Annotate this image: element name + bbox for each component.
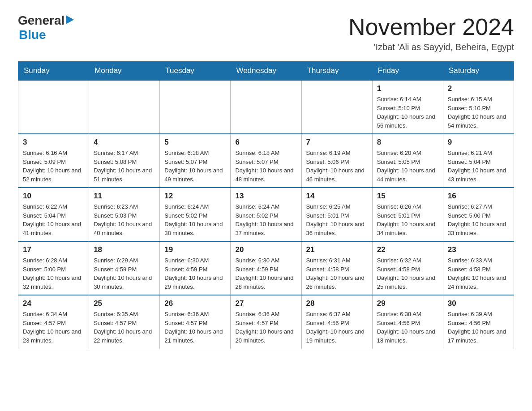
month-title: November 2024	[348, 13, 514, 40]
day-cell: 19Sunrise: 6:30 AMSunset: 4:59 PMDayligh…	[160, 241, 231, 295]
day-number: 25	[94, 299, 155, 308]
day-cell: 23Sunrise: 6:33 AMSunset: 4:58 PMDayligh…	[443, 241, 514, 295]
day-info: Sunrise: 6:18 AMSunset: 5:07 PMDaylight:…	[164, 149, 226, 184]
day-cell: 17Sunrise: 6:28 AMSunset: 5:00 PMDayligh…	[18, 241, 89, 295]
day-number: 19	[164, 245, 226, 254]
day-info: Sunrise: 6:38 AMSunset: 4:56 PMDaylight:…	[377, 310, 438, 345]
svg-marker-0	[66, 15, 74, 24]
day-number: 21	[306, 245, 368, 254]
day-info: Sunrise: 6:24 AMSunset: 5:02 PMDaylight:…	[164, 202, 226, 237]
day-cell	[231, 80, 301, 134]
week-row-2: 3Sunrise: 6:16 AMSunset: 5:09 PMDaylight…	[18, 134, 514, 188]
day-info: Sunrise: 6:24 AMSunset: 5:02 PMDaylight:…	[235, 202, 296, 237]
day-number: 28	[306, 299, 368, 308]
day-number: 5	[164, 138, 226, 147]
header-sunday: Sunday	[18, 62, 89, 81]
day-cell: 12Sunrise: 6:24 AMSunset: 5:02 PMDayligh…	[160, 188, 231, 241]
day-number: 1	[377, 84, 438, 93]
day-cell: 16Sunrise: 6:27 AMSunset: 5:00 PMDayligh…	[443, 188, 514, 241]
day-number: 7	[306, 138, 368, 147]
day-cell: 13Sunrise: 6:24 AMSunset: 5:02 PMDayligh…	[231, 188, 301, 241]
day-cell: 28Sunrise: 6:37 AMSunset: 4:56 PMDayligh…	[301, 295, 372, 349]
day-info: Sunrise: 6:28 AMSunset: 5:00 PMDaylight:…	[23, 256, 84, 291]
day-info: Sunrise: 6:26 AMSunset: 5:01 PMDaylight:…	[377, 202, 438, 237]
logo-blue: Blue	[19, 28, 46, 42]
header-thursday: Thursday	[301, 62, 372, 81]
day-cell: 2Sunrise: 6:15 AMSunset: 5:10 PMDaylight…	[443, 80, 514, 134]
day-cell: 1Sunrise: 6:14 AMSunset: 5:10 PMDaylight…	[372, 80, 443, 134]
day-cell: 30Sunrise: 6:39 AMSunset: 4:56 PMDayligh…	[443, 295, 514, 349]
day-cell	[18, 80, 89, 134]
week-row-3: 10Sunrise: 6:22 AMSunset: 5:04 PMDayligh…	[18, 188, 514, 241]
day-number: 4	[94, 138, 155, 147]
day-number: 10	[23, 192, 84, 201]
week-row-5: 24Sunrise: 6:34 AMSunset: 4:57 PMDayligh…	[18, 295, 514, 349]
day-cell: 24Sunrise: 6:34 AMSunset: 4:57 PMDayligh…	[18, 295, 89, 349]
day-cell: 4Sunrise: 6:17 AMSunset: 5:08 PMDaylight…	[89, 134, 160, 188]
header-tuesday: Tuesday	[160, 62, 231, 81]
week-row-1: 1Sunrise: 6:14 AMSunset: 5:10 PMDaylight…	[18, 80, 514, 134]
day-info: Sunrise: 6:17 AMSunset: 5:08 PMDaylight:…	[94, 149, 155, 184]
title-area: November 2024 'Izbat 'Ali as Sayyid, Beh…	[348, 13, 514, 52]
header-saturday: Saturday	[443, 62, 514, 81]
day-cell: 10Sunrise: 6:22 AMSunset: 5:04 PMDayligh…	[18, 188, 89, 241]
day-number: 12	[164, 192, 226, 201]
day-info: Sunrise: 6:21 AMSunset: 5:04 PMDaylight:…	[448, 149, 509, 184]
day-number: 11	[94, 192, 155, 201]
day-info: Sunrise: 6:30 AMSunset: 4:59 PMDaylight:…	[235, 256, 296, 291]
day-info: Sunrise: 6:29 AMSunset: 4:59 PMDaylight:…	[94, 256, 155, 291]
day-number: 26	[164, 299, 226, 308]
day-number: 14	[306, 192, 368, 201]
day-cell: 20Sunrise: 6:30 AMSunset: 4:59 PMDayligh…	[231, 241, 301, 295]
day-number: 17	[23, 245, 84, 254]
day-cell: 22Sunrise: 6:32 AMSunset: 4:58 PMDayligh…	[372, 241, 443, 295]
weekday-header-row: Sunday Monday Tuesday Wednesday Thursday…	[18, 62, 514, 81]
day-number: 29	[377, 299, 438, 308]
logo-arrow-icon	[66, 15, 74, 24]
day-number: 2	[448, 84, 509, 93]
day-cell: 21Sunrise: 6:31 AMSunset: 4:58 PMDayligh…	[301, 241, 372, 295]
day-cell: 6Sunrise: 6:18 AMSunset: 5:07 PMDaylight…	[231, 134, 301, 188]
header-friday: Friday	[372, 62, 443, 81]
day-cell: 8Sunrise: 6:20 AMSunset: 5:05 PMDaylight…	[372, 134, 443, 188]
day-number: 23	[448, 245, 509, 254]
page-header: General Blue November 2024 'Izbat 'Ali a…	[18, 13, 514, 52]
day-cell: 7Sunrise: 6:19 AMSunset: 5:06 PMDaylight…	[301, 134, 372, 188]
day-info: Sunrise: 6:34 AMSunset: 4:57 PMDaylight:…	[23, 310, 84, 345]
day-number: 24	[23, 299, 84, 308]
day-info: Sunrise: 6:32 AMSunset: 4:58 PMDaylight:…	[377, 256, 438, 291]
day-cell: 29Sunrise: 6:38 AMSunset: 4:56 PMDayligh…	[372, 295, 443, 349]
day-info: Sunrise: 6:20 AMSunset: 5:05 PMDaylight:…	[377, 149, 438, 184]
day-info: Sunrise: 6:35 AMSunset: 4:57 PMDaylight:…	[94, 310, 155, 345]
day-cell	[89, 80, 160, 134]
day-number: 8	[377, 138, 438, 147]
day-info: Sunrise: 6:33 AMSunset: 4:58 PMDaylight:…	[448, 256, 509, 291]
day-number: 20	[235, 245, 296, 254]
week-row-4: 17Sunrise: 6:28 AMSunset: 5:00 PMDayligh…	[18, 241, 514, 295]
logo: General Blue	[18, 13, 74, 42]
day-info: Sunrise: 6:18 AMSunset: 5:07 PMDaylight:…	[235, 149, 296, 184]
day-info: Sunrise: 6:14 AMSunset: 5:10 PMDaylight:…	[377, 95, 438, 130]
day-info: Sunrise: 6:15 AMSunset: 5:10 PMDaylight:…	[448, 95, 509, 130]
day-number: 30	[448, 299, 509, 308]
day-cell: 9Sunrise: 6:21 AMSunset: 5:04 PMDaylight…	[443, 134, 514, 188]
logo-general: General	[18, 13, 64, 28]
day-number: 9	[448, 138, 509, 147]
day-cell: 18Sunrise: 6:29 AMSunset: 4:59 PMDayligh…	[89, 241, 160, 295]
calendar-table: Sunday Monday Tuesday Wednesday Thursday…	[18, 61, 514, 349]
header-monday: Monday	[89, 62, 160, 81]
day-info: Sunrise: 6:37 AMSunset: 4:56 PMDaylight:…	[306, 310, 368, 345]
day-number: 22	[377, 245, 438, 254]
day-number: 6	[235, 138, 296, 147]
day-info: Sunrise: 6:31 AMSunset: 4:58 PMDaylight:…	[306, 256, 368, 291]
day-info: Sunrise: 6:36 AMSunset: 4:57 PMDaylight:…	[235, 310, 296, 345]
day-cell	[160, 80, 231, 134]
day-cell: 14Sunrise: 6:25 AMSunset: 5:01 PMDayligh…	[301, 188, 372, 241]
day-number: 13	[235, 192, 296, 201]
day-info: Sunrise: 6:39 AMSunset: 4:56 PMDaylight:…	[448, 310, 509, 345]
day-info: Sunrise: 6:30 AMSunset: 4:59 PMDaylight:…	[164, 256, 226, 291]
day-info: Sunrise: 6:19 AMSunset: 5:06 PMDaylight:…	[306, 149, 368, 184]
day-cell	[301, 80, 372, 134]
location-title: 'Izbat 'Ali as Sayyid, Beheira, Egypt	[348, 42, 514, 52]
day-number: 18	[94, 245, 155, 254]
